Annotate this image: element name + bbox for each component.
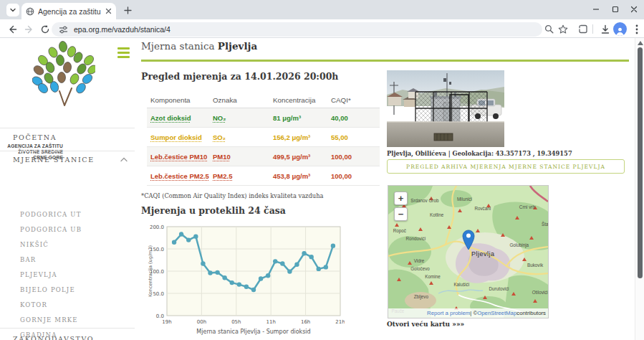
component-link[interactable]: Azot dioksid: [147, 114, 209, 122]
sidebar-item-pocetna[interactable]: POČETNA: [13, 133, 57, 141]
component-link[interactable]: Sumpor dioksid: [147, 133, 209, 141]
svg-text:Mjerna stanica Pljevlja - Sump: Mjerna stanica Pljevlja - Sumpor dioksid: [196, 329, 310, 335]
map-place-label: Crni vrh: [519, 204, 535, 209]
concentration-value: 156,2 μg/m³: [269, 133, 327, 141]
map-place-label: Milunići: [457, 197, 472, 202]
caqi-value: 40,00: [327, 114, 380, 122]
map[interactable]: Srdanov GrobMilunićiRovčaniCrni vrhKotli…: [388, 185, 549, 318]
component-code-link[interactable]: NO₂: [209, 114, 269, 122]
kebab-menu-icon: [635, 24, 638, 34]
svg-text:200.0: 200.0: [150, 225, 164, 230]
col-caqi: CAQI*: [327, 96, 380, 104]
map-place-label: Vidre: [414, 258, 425, 263]
map-place-label: Zbljevo: [414, 294, 428, 299]
component-code-link[interactable]: PM10: [209, 153, 269, 161]
scrollbar-up-icon[interactable]: [638, 41, 643, 45]
chevron-up-icon[interactable]: [120, 157, 128, 162]
col-koncentracija: Koncentracija: [269, 96, 327, 104]
station-list: PODGORICA UTPODGORICA UBNIKŠIĆBARPLJEVLJ…: [20, 211, 82, 340]
concentration-value: 453,8 μg/m³: [269, 172, 327, 180]
map-place-label: Kotline: [430, 212, 443, 217]
svg-text:21h: 21h: [335, 319, 345, 325]
tab-group-icon: [577, 24, 588, 34]
globe-favicon-icon: [26, 7, 34, 16]
chart-svg: 0.050.0100.0150.0200.019h00h05h11h16h21h…: [145, 218, 345, 340]
map-city-label: Pljevlja: [471, 250, 495, 258]
reload-button[interactable]: [39, 23, 51, 35]
archive-button[interactable]: PREGLED ARHIVA MJERENJA MJERNE STANICE P…: [387, 159, 625, 174]
page-title: Mjerna stanica Pljevlja: [141, 40, 257, 52]
toolbar-divider: [592, 24, 593, 34]
chart-heading: Mjerenja u proteklih 24 časa: [141, 205, 286, 216]
minimize-icon: [592, 6, 600, 13]
forward-arrow-icon: [24, 24, 34, 34]
map-place-label: Štaj: [542, 222, 549, 227]
measurement-row: Azot dioksidNO₂81 μg/m³40,00: [147, 108, 380, 128]
nav-divider: [0, 328, 135, 329]
svg-text:Koncentracija (ug/m3): Koncentracija (ug/m3): [148, 245, 153, 297]
bookmark-button[interactable]: [557, 23, 569, 35]
tab-close-icon[interactable]: [105, 8, 112, 14]
map-attribution: Report a problem | © OpenStreetMap contr…: [388, 308, 548, 318]
window-close-button[interactable]: [627, 3, 641, 16]
search-icon: [544, 24, 554, 34]
new-tab-button[interactable]: [122, 4, 134, 16]
agency-tree-logo: [32, 41, 95, 108]
sidebar-item-bijelo-polje[interactable]: BIJELO POLJE: [20, 286, 82, 301]
measurement-row: Leb.čestice PM10PM10499,5 μg/m³100,00: [147, 147, 380, 166]
open-larger-map-link[interactable]: Otvori veću kartu »»»: [387, 321, 464, 328]
close-icon: [630, 6, 638, 13]
station-photo: [387, 70, 504, 147]
browser-menu-button[interactable]: [630, 23, 643, 35]
map-place-label: Ropoč: [393, 228, 406, 233]
report-problem-link[interactable]: Report a problem: [427, 310, 470, 316]
svg-text:05h: 05h: [231, 319, 241, 325]
component-link[interactable]: Leb.čestice PM10: [147, 153, 209, 161]
tab-group-button[interactable]: [577, 23, 589, 35]
download-button[interactable]: [599, 23, 611, 35]
sidebar-item-kotor[interactable]: KOTOR: [20, 301, 82, 316]
map-zoom-in-button[interactable]: +: [394, 192, 408, 205]
component-code-link[interactable]: SO₂: [209, 133, 269, 141]
svg-text:00h: 00h: [197, 319, 206, 325]
measurements-heading: Pregled mjerenja za 14.01.2026 20:00h: [141, 71, 338, 82]
table-header-row: Komponenta Oznaka Koncentracija CAQI*: [147, 92, 380, 108]
sidebar-item-gornje-mrke[interactable]: GORNJE MRKE: [20, 316, 82, 331]
url-text: epa.org.me/vazduh/stanica/4: [74, 25, 170, 34]
map-place-label: Goločevo: [410, 266, 430, 271]
plus-icon: [124, 6, 132, 14]
zoom-search-button[interactable]: [543, 23, 555, 35]
browser-tab-strip: Agencija za zaštitu životne sred: [0, 0, 644, 19]
osm-link[interactable]: OpenStreetMap: [477, 310, 516, 316]
address-bar[interactable]: epa.org.me/vazduh/stanica/4: [52, 22, 542, 37]
site-settings-icon[interactable]: [59, 25, 68, 34]
sidebar-item-zakonodavstvo[interactable]: ZAKONODAVSTVO: [13, 335, 94, 340]
sidebar-item-podgorica-ut[interactable]: PODGORICA UT: [20, 211, 82, 226]
forward-button[interactable]: [23, 23, 35, 35]
caqi-value: 100,00: [327, 153, 380, 161]
component-code-link[interactable]: PM2.5: [209, 172, 269, 180]
tab-search-button[interactable]: [6, 4, 19, 16]
map-place-label: Srdanov Grob: [410, 198, 438, 203]
measurement-row: Sumpor dioksidSO₂156,2 μg/m³55,00: [147, 128, 380, 147]
component-link[interactable]: Leb.čestice PM2.5: [147, 172, 209, 180]
page-scrollbar[interactable]: [635, 38, 644, 340]
back-button[interactable]: [6, 23, 18, 35]
window-minimize-button[interactable]: [589, 3, 603, 16]
map-zoom-out-button[interactable]: −: [394, 207, 408, 221]
svg-text:0.0: 0.0: [156, 313, 164, 319]
sidebar-item-nik-i-[interactable]: NIKŠIĆ: [20, 241, 82, 256]
col-komponenta: Komponenta: [147, 96, 209, 104]
col-oznaka: Oznaka: [209, 96, 269, 104]
profile-avatar[interactable]: [613, 22, 627, 36]
hamburger-menu-icon[interactable]: [117, 47, 130, 60]
sidebar-item-bar[interactable]: BAR: [20, 256, 82, 271]
scrollbar-thumb[interactable]: [638, 47, 643, 278]
sidebar-item-mjerne-stanice[interactable]: MJERNE STANICE: [13, 156, 95, 164]
sidebar-item-pljevlja[interactable]: PLJEVLJA: [20, 271, 82, 286]
window-maximize-button[interactable]: [608, 3, 623, 16]
browser-tab[interactable]: Agencija za zaštitu životne sred: [21, 3, 116, 19]
sidebar-item-podgorica-ub[interactable]: PODGORICA UB: [20, 226, 82, 241]
concentration-value: 499,5 μg/m³: [269, 153, 327, 161]
caqi-value: 100,00: [327, 172, 380, 180]
